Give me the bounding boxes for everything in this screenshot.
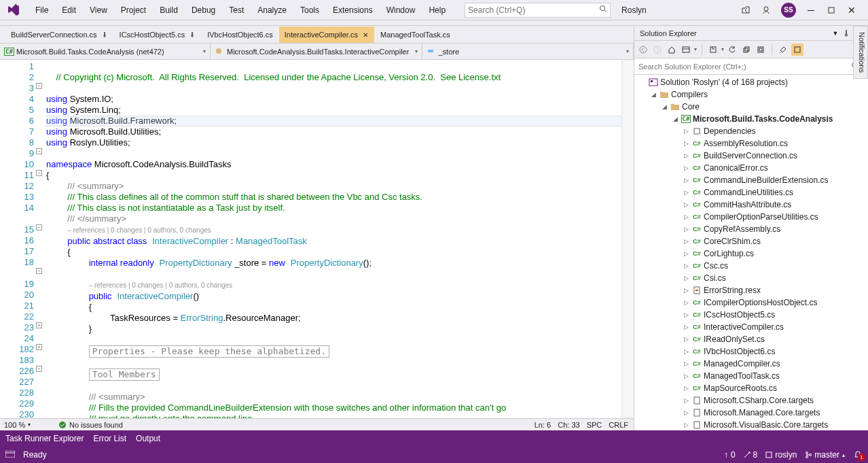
menu-window[interactable]: Window <box>380 2 422 18</box>
expand-toggle[interactable]: ▷ <box>682 177 690 184</box>
tree-item[interactable]: ▷C#BuildServerConnection.cs <box>634 150 868 162</box>
close-button[interactable]: ✕ <box>846 5 857 16</box>
fold-toggle[interactable]: + <box>36 322 42 328</box>
tree-item[interactable]: ▷Dependencies <box>634 125 868 137</box>
tree-item[interactable]: ▷C#IReadOnlySet.cs <box>634 333 868 345</box>
expand-toggle[interactable]: ▷ <box>682 422 690 428</box>
source-control-up[interactable]: ↑ 0 <box>724 450 736 460</box>
expand-toggle[interactable]: ▷ <box>682 336 690 343</box>
solution-explorer-search-input[interactable] <box>638 63 851 71</box>
source-control-branch[interactable]: master ▴ <box>805 450 845 460</box>
tree-item[interactable]: ▷C#ManagedToolTask.cs <box>634 370 868 382</box>
tree-item[interactable]: ▷C#CommandLineBuilderExtension.cs <box>634 174 868 186</box>
fold-toggle[interactable]: − <box>36 224 42 230</box>
chevron-down-icon[interactable]: ▾ <box>694 46 697 52</box>
expand-toggle[interactable]: ▷ <box>682 262 690 269</box>
expand-toggle[interactable]: ▷ <box>682 226 690 233</box>
expand-toggle[interactable]: ▷ <box>682 311 690 318</box>
menu-project[interactable]: Project <box>114 2 153 18</box>
collapsed-region[interactable]: Properties - Please keep these alphabeti… <box>89 345 329 358</box>
tree-item[interactable]: ▷C#CommitHashAttribute.cs <box>634 199 868 211</box>
pin-icon[interactable] <box>841 28 852 39</box>
menu-extensions[interactable]: Extensions <box>326 2 380 18</box>
expand-toggle[interactable]: ▷ <box>682 152 690 159</box>
forward-icon[interactable] <box>651 44 664 56</box>
tree-item[interactable]: ▷Microsoft.Managed.Core.targets <box>634 407 868 419</box>
expand-toggle[interactable]: ▷ <box>682 140 690 147</box>
menu-test[interactable]: Test <box>222 2 251 18</box>
tree-item[interactable]: ▷C#CommandLineUtilities.cs <box>634 186 868 199</box>
preview-icon[interactable] <box>791 44 803 56</box>
tree-item[interactable]: ▷Microsoft.VisualBasic.Core.targets <box>634 419 868 430</box>
tree-item[interactable]: ▷C#ICscHostObject5.cs <box>634 309 868 321</box>
expand-toggle[interactable]: ◢ <box>660 103 668 110</box>
expand-toggle[interactable]: ▷ <box>682 397 690 404</box>
menu-tools[interactable]: Tools <box>293 2 326 18</box>
expand-toggle[interactable]: ▷ <box>682 213 690 220</box>
menu-view[interactable]: View <box>83 2 114 18</box>
expand-toggle[interactable]: ◢ <box>671 116 679 122</box>
menu-build[interactable]: Build <box>153 2 185 18</box>
document-tab[interactable]: InteractiveCompiler.cs✕ <box>279 27 374 43</box>
bottom-tab-task-runner-explorer[interactable]: Task Runner Explorer <box>5 434 84 443</box>
tree-item[interactable]: ▷C#InteractiveCompiler.cs <box>634 321 868 333</box>
output-pane-icon[interactable] <box>5 450 15 460</box>
switch-view-icon[interactable] <box>680 44 692 56</box>
tree-item[interactable]: ▷C#CompilerOptionParseUtilities.cs <box>634 211 868 223</box>
tree-item[interactable]: ▷C#ManagedCompiler.cs <box>634 358 868 370</box>
tree-item[interactable]: ▷ErrorString.resx <box>634 284 868 296</box>
fold-toggle[interactable]: − <box>36 83 42 89</box>
sync-icon[interactable] <box>707 44 719 56</box>
tree-item[interactable]: ▷C#CanonicalError.cs <box>634 162 868 174</box>
tree-item[interactable]: ▷C#CopyRefAssembly.cs <box>634 223 868 235</box>
expand-toggle[interactable]: ▷ <box>682 189 690 196</box>
tree-item[interactable]: ▷C#AssemblyResolution.cs <box>634 137 868 150</box>
fold-toggle[interactable]: + <box>36 344 42 350</box>
home-icon[interactable] <box>666 44 678 56</box>
tree-item[interactable]: ◢Core <box>634 101 868 113</box>
bottom-tab-output[interactable]: Output <box>136 434 160 443</box>
tree-item[interactable]: ▷Microsoft.CSharp.Core.targets <box>634 394 868 407</box>
codelens[interactable]: – references | 0 changes | 0 authors, 0 … <box>67 226 211 234</box>
tree-item[interactable]: ▷C#CorLightup.cs <box>634 247 868 260</box>
close-icon[interactable]: ✕ <box>362 31 369 38</box>
source-control-repo[interactable]: roslyn <box>765 450 797 460</box>
error-indicator[interactable]: No issues found <box>53 421 128 429</box>
expand-toggle[interactable]: ▷ <box>682 238 690 245</box>
pin-icon[interactable] <box>189 31 196 38</box>
menu-debug[interactable]: Debug <box>185 2 222 18</box>
chevron-down-icon[interactable]: ▾ <box>721 46 724 52</box>
expand-toggle[interactable]: ▷ <box>682 275 690 281</box>
zoom-combo[interactable]: 100 % ▾ <box>0 421 48 429</box>
document-tab[interactable]: IVbcHostObject6.cs <box>202 27 278 43</box>
fold-toggle[interactable]: − <box>36 366 42 372</box>
notification-bell[interactable]: 1 <box>853 450 863 460</box>
expand-toggle[interactable]: ▷ <box>682 385 690 392</box>
expand-toggle[interactable]: ▷ <box>682 299 690 306</box>
show-all-icon[interactable] <box>755 44 767 56</box>
nav-project-combo[interactable]: C# Microsoft.Build.Tasks.CodeAnalysis (n… <box>0 44 211 59</box>
tree-item[interactable]: ▷C#CoreClrShim.cs <box>634 235 868 247</box>
fold-toggle[interactable]: − <box>36 268 42 274</box>
pin-icon[interactable] <box>101 31 108 38</box>
document-tab[interactable]: ManagedToolTask.cs <box>375 27 456 43</box>
properties-icon[interactable] <box>777 44 789 56</box>
fold-toggle[interactable]: − <box>36 170 42 176</box>
maximize-button[interactable] <box>826 5 837 16</box>
solution-explorer-search[interactable]: ▾ <box>634 58 868 75</box>
expand-toggle[interactable]: ▷ <box>682 128 690 135</box>
quick-search-input[interactable] <box>468 5 599 15</box>
back-icon[interactable] <box>637 44 649 56</box>
menu-file[interactable]: File <box>29 2 55 18</box>
expand-toggle[interactable]: ▷ <box>682 165 690 171</box>
expand-toggle[interactable]: ▷ <box>682 287 690 294</box>
fold-toggle[interactable]: − <box>36 148 42 154</box>
menu-edit[interactable]: Edit <box>55 2 83 18</box>
minimize-button[interactable]: ─ <box>806 5 816 16</box>
feedback-icon[interactable] <box>761 5 772 16</box>
chevron-down-icon[interactable]: ▼ <box>830 28 841 39</box>
bottom-tab-error-list[interactable]: Error List <box>93 434 126 443</box>
live-share-icon[interactable] <box>740 5 751 16</box>
expand-toggle[interactable]: ▷ <box>682 250 690 257</box>
source-control-changes[interactable]: 8 <box>744 450 758 460</box>
